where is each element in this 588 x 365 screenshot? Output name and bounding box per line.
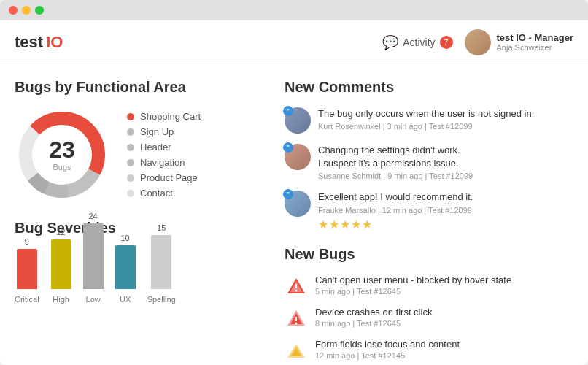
comments-list: " The bug only occurs when the user is n… bbox=[285, 107, 573, 231]
comment-content: Changing the settings didn't work.I susp… bbox=[318, 144, 573, 180]
bar-value: 10 bbox=[121, 234, 130, 242]
bar bbox=[17, 249, 37, 289]
comment-content: Excellent app! I would recommend it. Fra… bbox=[318, 191, 573, 231]
legend-label: Navigation bbox=[140, 157, 185, 168]
bug-content: Form fields lose focus and content 12 mi… bbox=[315, 339, 573, 360]
legend-label: Product Page bbox=[140, 172, 198, 183]
new-comments-title: New Comments bbox=[285, 79, 573, 96]
severities-section: Bug Severities 9 Critical 12 High 24 Low… bbox=[15, 220, 263, 321]
comment-item: " Changing the settings didn't work.I su… bbox=[285, 144, 573, 180]
comment-meta: Frauke Marsallo | 12 min ago | Test #120… bbox=[318, 206, 573, 215]
bar-value: 12 bbox=[57, 228, 66, 237]
legend-item: Product Page bbox=[127, 172, 201, 183]
bar bbox=[51, 239, 71, 289]
donut-center: 23 Bugs bbox=[49, 138, 75, 172]
new-bugs-section: New Bugs Can't open user menu - blocked … bbox=[285, 246, 573, 362]
bar-group: 10 UX bbox=[115, 234, 136, 304]
new-bugs-title: New Bugs bbox=[285, 246, 573, 263]
bug-severity-icon bbox=[285, 339, 308, 362]
legend-item: Shopping Cart bbox=[127, 111, 201, 122]
activity-button[interactable]: 💬 Activity 7 bbox=[382, 34, 452, 50]
bar-group: 15 Spelling bbox=[147, 223, 176, 304]
bug-severity-icon bbox=[285, 307, 308, 330]
main-content: Bugs by Functional Area bbox=[0, 64, 588, 365]
bug-severity-icon bbox=[285, 274, 308, 298]
bar-value: 15 bbox=[157, 223, 166, 232]
bar-label: Spelling bbox=[147, 295, 176, 304]
bug-content: Device crashes on first click 8 min ago … bbox=[315, 307, 573, 328]
bug-content: Can't open user menu - blocked by hover … bbox=[315, 274, 573, 296]
donut-section: 23 Bugs Shopping CartSign UpHeaderNaviga… bbox=[15, 107, 263, 202]
legend: Shopping CartSign UpHeaderNavigationProd… bbox=[127, 111, 201, 199]
user-details: test IO - Manager Anja Schweizer bbox=[497, 32, 573, 52]
bug-meta: 8 min ago | Test #12645 bbox=[315, 319, 573, 328]
header: testIO 💬 Activity 7 test IO - Manager An… bbox=[0, 20, 588, 64]
legend-dot bbox=[127, 113, 134, 120]
bar-label: Critical bbox=[15, 295, 39, 304]
comment-text: Excellent app! I would recommend it. bbox=[318, 191, 573, 204]
chat-icon: 💬 bbox=[382, 34, 398, 50]
quote-icon: " bbox=[283, 189, 293, 199]
maximize-button[interactable] bbox=[35, 6, 44, 15]
star-rating: ★★★★★ bbox=[318, 218, 573, 231]
traffic-lights bbox=[9, 6, 44, 15]
bugs-list: Can't open user menu - blocked by hover … bbox=[285, 274, 573, 362]
logo-io: IO bbox=[46, 33, 63, 52]
legend-item: Header bbox=[127, 142, 201, 153]
bar-value: 9 bbox=[25, 237, 29, 246]
left-column: Bugs by Functional Area bbox=[15, 79, 263, 350]
bar-group: 9 Critical bbox=[15, 237, 39, 304]
legend-label: Header bbox=[140, 142, 171, 153]
legend-dot bbox=[127, 144, 134, 151]
bug-item: Device crashes on first click 8 min ago … bbox=[285, 307, 573, 330]
logo: testIO bbox=[15, 33, 63, 52]
svg-point-12 bbox=[295, 322, 298, 324]
app-window: testIO 💬 Activity 7 test IO - Manager An… bbox=[0, 0, 588, 365]
bar bbox=[83, 223, 104, 289]
bug-title: Device crashes on first click bbox=[315, 307, 573, 318]
critical-bug-icon bbox=[286, 276, 306, 296]
minimize-button[interactable] bbox=[22, 6, 31, 15]
bug-meta: 12 min ago | Test #12145 bbox=[315, 351, 573, 360]
comment-text: Changing the settings didn't work.I susp… bbox=[318, 144, 573, 170]
bar-chart: 9 Critical 12 High 24 Low 10 UX 15 Spell… bbox=[15, 248, 263, 321]
high-bug-icon bbox=[286, 308, 306, 328]
close-button[interactable] bbox=[9, 6, 18, 15]
user-role: Anja Schweizer bbox=[497, 43, 573, 52]
bugs-area-title: Bugs by Functional Area bbox=[15, 79, 263, 96]
new-comments-section: New Comments " The bug only occurs when … bbox=[285, 79, 573, 231]
activity-label: Activity bbox=[403, 36, 435, 48]
bugs-area-section: Bugs by Functional Area bbox=[15, 79, 263, 202]
bar-group: 12 High bbox=[51, 228, 71, 304]
bug-item: Can't open user menu - blocked by hover … bbox=[285, 274, 573, 298]
bug-meta: 5 min ago | Test #12645 bbox=[315, 287, 573, 296]
donut-label: Bugs bbox=[49, 163, 75, 172]
comment-content: The bug only occurs when the user is not… bbox=[318, 107, 573, 134]
comment-text: The bug only occurs when the user is not… bbox=[318, 107, 573, 120]
bar-label: High bbox=[53, 295, 69, 304]
medium-bug-icon bbox=[286, 340, 306, 361]
bar bbox=[151, 235, 171, 289]
legend-item: Navigation bbox=[127, 157, 201, 168]
bug-title: Form fields lose focus and content bbox=[315, 339, 573, 350]
bug-title: Can't open user menu - blocked by hover … bbox=[315, 274, 573, 285]
comment-meta: Kurt Rosenwinkel | 3 min ago | Test #120… bbox=[318, 122, 573, 131]
user-name: test IO - Manager bbox=[497, 32, 573, 43]
bug-item: Form fields lose focus and content 12 mi… bbox=[285, 339, 573, 362]
legend-label: Shopping Cart bbox=[140, 111, 201, 122]
bar-value: 24 bbox=[89, 212, 98, 220]
legend-label: Contact bbox=[140, 188, 173, 199]
bar bbox=[115, 245, 136, 289]
quote-icon: " bbox=[283, 142, 293, 153]
comment-avatar: " bbox=[285, 107, 311, 134]
legend-dot bbox=[127, 128, 134, 136]
bar-group: 24 Low bbox=[83, 212, 104, 304]
legend-item: Sign Up bbox=[127, 126, 201, 137]
comment-meta: Susanne Schmidt | 9 min ago | Test #1209… bbox=[318, 172, 573, 180]
title-bar bbox=[0, 0, 588, 20]
legend-item: Contact bbox=[127, 188, 201, 199]
donut-chart: 23 Bugs bbox=[15, 107, 109, 202]
legend-label: Sign Up bbox=[140, 126, 174, 137]
comment-avatar: " bbox=[285, 191, 311, 217]
bar-label: Low bbox=[86, 295, 101, 304]
